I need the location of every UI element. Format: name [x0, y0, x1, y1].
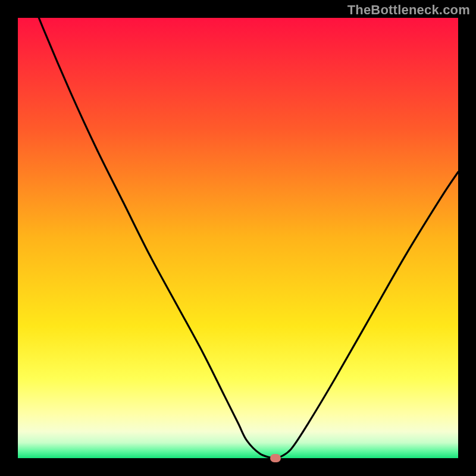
curve-svg [18, 18, 458, 458]
chart-frame: TheBottleneck.com [0, 0, 476, 476]
optimum-marker [270, 454, 281, 462]
bottleneck-curve [18, 0, 458, 459]
plot-area [18, 18, 458, 458]
watermark-label: TheBottleneck.com [347, 2, 470, 18]
